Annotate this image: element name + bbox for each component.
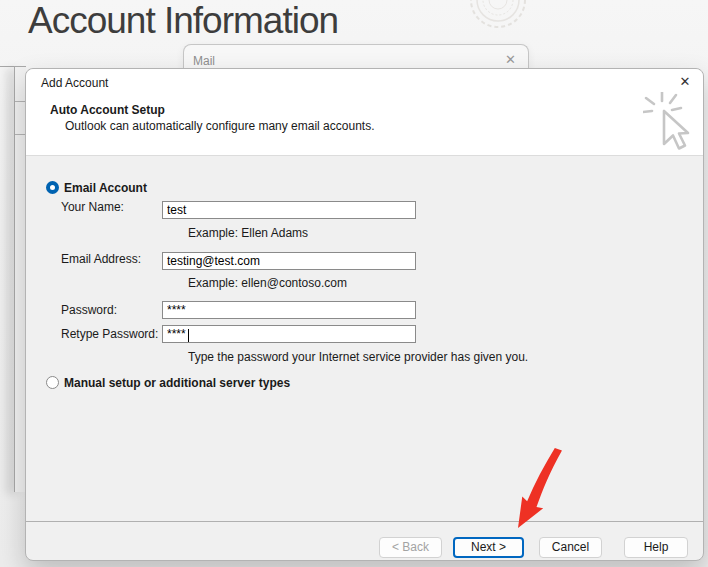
manual-setup-radio-label: Manual setup or additional server types <box>64 376 290 390</box>
email-account-radio-label: Email Account <box>64 181 147 195</box>
wizard-step-subtitle: Outlook can automatically configure many… <box>65 119 375 133</box>
dialog-title: Add Account <box>41 76 108 90</box>
retype-password-input[interactable] <box>162 325 416 343</box>
seal-watermark-icon <box>458 0 538 32</box>
dialog-titlebar[interactable]: Add Account ✕ Auto Account Setup Outlook… <box>26 69 703 156</box>
footer-divider <box>26 521 703 522</box>
add-account-dialog: Add Account ✕ Auto Account Setup Outlook… <box>25 68 704 561</box>
your-name-input[interactable] <box>162 201 416 219</box>
next-button[interactable]: Next > <box>453 537 524 558</box>
dialog-close-icon[interactable]: ✕ <box>674 72 696 92</box>
wizard-step-title: Auto Account Setup <box>50 103 165 117</box>
background-window-edge <box>0 66 15 67</box>
help-button[interactable]: Help <box>624 537 688 558</box>
email-address-input[interactable] <box>162 252 416 270</box>
email-account-radio[interactable] <box>46 181 59 194</box>
text-caret <box>188 329 189 342</box>
password-hint: Type the password your Internet service … <box>188 350 528 364</box>
your-name-example: Example: Ellen Adams <box>188 226 308 240</box>
back-button[interactable]: < Back <box>379 537 442 558</box>
mail-window-title: Mail <box>193 54 215 68</box>
email-address-example: Example: ellen@contoso.com <box>188 276 347 290</box>
cancel-button[interactable]: Cancel <box>539 537 602 558</box>
manual-setup-radio[interactable] <box>46 376 59 389</box>
retype-password-label: Retype Password: <box>61 327 158 341</box>
your-name-label: Your Name: <box>61 200 124 214</box>
password-input[interactable] <box>162 301 416 319</box>
screen: Account Information Mail ✕ Add Account ✕… <box>0 0 708 567</box>
page-title: Account Information <box>28 0 338 42</box>
mail-close-icon[interactable]: ✕ <box>505 52 516 67</box>
password-label: Password: <box>61 303 117 317</box>
email-address-label: Email Address: <box>61 252 141 266</box>
